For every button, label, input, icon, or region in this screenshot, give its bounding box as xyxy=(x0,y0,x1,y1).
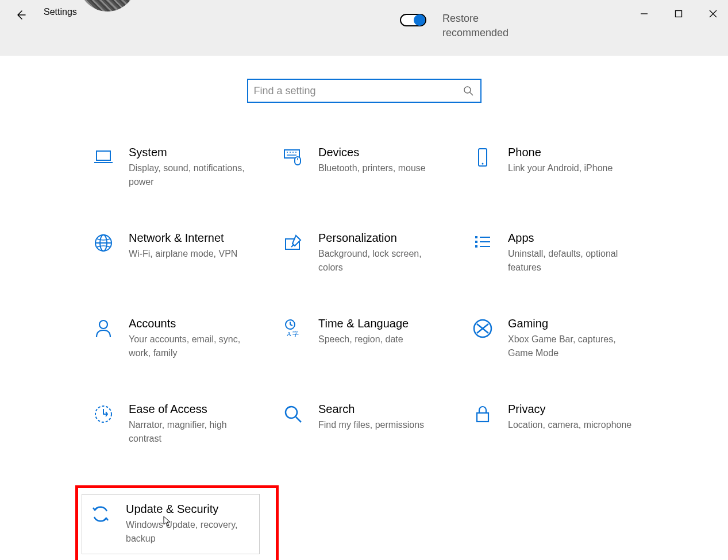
category-desc: Display, sound, notifications, power xyxy=(129,161,255,189)
restore-toggle-label: Restore recommended xyxy=(442,11,509,40)
category-desc: Windows Update, recovery, backup xyxy=(126,518,252,546)
category-title: Phone xyxy=(508,146,613,159)
category-desc: Narrator, magnifier, high contrast xyxy=(129,418,255,446)
search-icon[interactable] xyxy=(462,84,475,97)
minimize-icon xyxy=(640,10,648,18)
category-title: Ease of Access xyxy=(129,403,255,416)
svg-line-32 xyxy=(290,325,292,326)
window-controls xyxy=(635,5,722,23)
svg-rect-23 xyxy=(475,236,477,238)
category-network[interactable]: Network & Internet Wi-Fi, airplane mode,… xyxy=(89,229,279,277)
back-arrow-icon xyxy=(15,9,26,21)
svg-rect-27 xyxy=(475,245,477,248)
svg-point-4 xyxy=(464,87,471,93)
person-icon xyxy=(92,317,115,340)
keyboard-icon xyxy=(282,146,305,169)
maximize-icon xyxy=(675,10,683,18)
category-title: Apps xyxy=(508,231,634,245)
restore-text-line1: Restore xyxy=(442,11,509,26)
category-accounts[interactable]: Accounts Your accounts, email, sync, wor… xyxy=(89,314,279,363)
magnifier-icon xyxy=(282,403,305,426)
category-desc: Your accounts, email, sync, work, family xyxy=(129,333,255,360)
search-box[interactable] xyxy=(247,79,482,103)
restore-toggle-area: Restore recommended xyxy=(400,11,509,40)
category-phone[interactable]: Phone Link your Android, iPhone xyxy=(468,143,658,192)
category-desc: Uninstall, defaults, optional features xyxy=(508,247,634,275)
ease-of-access-icon xyxy=(92,403,115,426)
category-apps[interactable]: Apps Uninstall, defaults, optional featu… xyxy=(468,229,658,277)
category-title: Gaming xyxy=(508,317,634,330)
category-title: Devices xyxy=(318,146,426,159)
sync-icon xyxy=(89,503,112,526)
category-desc: Bluetooth, printers, mouse xyxy=(318,161,426,175)
window-title: Settings xyxy=(44,7,77,17)
category-desc: Link your Android, iPhone xyxy=(508,161,613,175)
category-title: Accounts xyxy=(129,317,255,330)
category-privacy[interactable]: Privacy Location, camera, microphone xyxy=(468,400,658,449)
category-desc: Xbox Game Bar, captures, Game Mode xyxy=(508,333,634,360)
svg-point-29 xyxy=(99,320,107,329)
category-system[interactable]: System Display, sound, notifications, po… xyxy=(89,143,279,192)
category-title: System xyxy=(129,146,255,159)
restore-text-line2: recommended xyxy=(442,26,509,40)
svg-rect-6 xyxy=(97,151,110,160)
category-title: Personalization xyxy=(318,231,445,245)
svg-line-38 xyxy=(296,417,301,422)
category-time-language[interactable]: A字 Time & Language Speech, region, date xyxy=(279,314,468,363)
globe-icon xyxy=(92,231,115,254)
laptop-icon xyxy=(92,146,115,169)
svg-line-22 xyxy=(291,245,294,247)
category-desc: Wi-Fi, airplane mode, VPN xyxy=(129,247,237,261)
time-language-icon: A字 xyxy=(282,317,305,340)
highlight-box: Update & Security Windows Update, recove… xyxy=(75,485,279,560)
svg-rect-39 xyxy=(477,413,488,422)
svg-text:A: A xyxy=(287,330,291,337)
category-title: Search xyxy=(318,403,424,416)
category-gaming[interactable]: Gaming Xbox Game Bar, captures, Game Mod… xyxy=(468,314,658,363)
category-title: Privacy xyxy=(508,403,631,416)
svg-point-17 xyxy=(482,163,484,165)
category-title: Network & Internet xyxy=(129,231,237,245)
lock-icon xyxy=(471,403,494,426)
phone-icon xyxy=(471,146,494,169)
category-personalization[interactable]: Personalization Background, lock screen,… xyxy=(279,229,468,277)
user-avatar[interactable] xyxy=(76,0,139,17)
back-button[interactable] xyxy=(14,8,28,22)
minimize-button[interactable] xyxy=(635,5,653,23)
svg-text:字: 字 xyxy=(292,330,299,337)
search-input[interactable] xyxy=(254,85,462,97)
category-title: Time & Language xyxy=(318,317,409,330)
category-desc: Location, camera, microphone xyxy=(508,418,631,432)
svg-point-37 xyxy=(286,407,297,418)
category-desc: Speech, region, date xyxy=(318,333,409,346)
close-icon xyxy=(709,10,717,18)
categories-grid: System Display, sound, notifications, po… xyxy=(0,143,728,560)
xbox-icon xyxy=(471,317,494,340)
maximize-button[interactable] xyxy=(669,5,688,23)
category-ease-of-access[interactable]: Ease of Access Narrator, magnifier, high… xyxy=(89,400,279,449)
apps-list-icon xyxy=(471,231,494,254)
category-desc: Background, lock screen, colors xyxy=(318,247,445,275)
category-desc: Find my files, permissions xyxy=(318,418,424,432)
toggle-knob xyxy=(414,14,425,26)
category-search[interactable]: Search Find my files, permissions xyxy=(279,400,468,449)
category-devices[interactable]: Devices Bluetooth, printers, mouse xyxy=(279,143,468,192)
paint-icon xyxy=(282,231,305,254)
close-button[interactable] xyxy=(704,5,722,23)
svg-rect-25 xyxy=(475,241,477,243)
category-title: Update & Security xyxy=(126,503,252,516)
restore-toggle[interactable] xyxy=(400,14,426,26)
category-update-security[interactable]: Update & Security Windows Update, recove… xyxy=(82,494,260,554)
svg-rect-1 xyxy=(676,11,682,17)
svg-line-5 xyxy=(470,92,473,95)
header-bar: Settings Restore recommended xyxy=(0,0,728,56)
